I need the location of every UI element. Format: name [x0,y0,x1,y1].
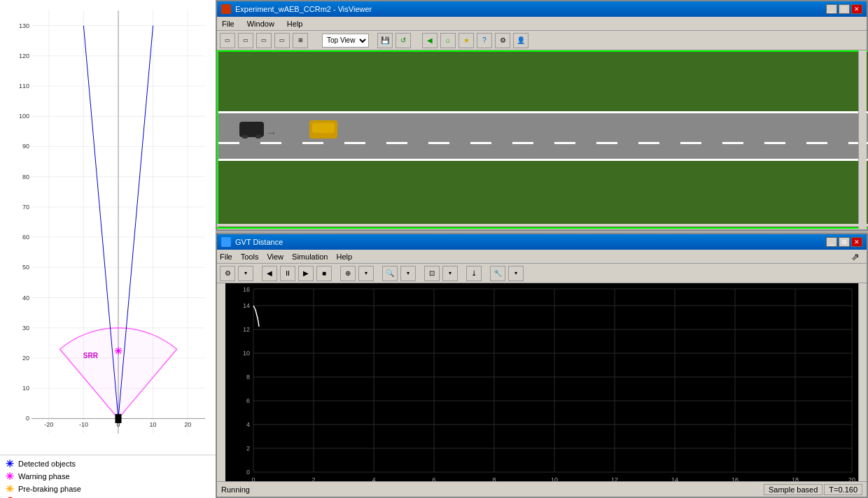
gvt-restore-button[interactable]: ⧉ [839,237,850,247]
gvt-plot-svg: 0 2 4 6 8 10 12 14 16 0 2 4 6 8 10 12 14… [225,283,860,486]
road-line-bottom [218,159,868,161]
vis-viewer-window: Experiment_wAEB_CCRm2 - VisViewer _ □ ✕ … [216,0,868,231]
svg-text:12: 12 [243,326,250,333]
svg-text:8: 8 [246,374,250,380]
vis-close-button[interactable]: ✕ [851,4,862,14]
vis-scrollbar[interactable] [858,50,867,229]
tb-btn-5[interactable]: ⊞ [293,33,308,48]
legend-item-prebrake: ✳ Pre-braking phase [6,483,210,495]
vis-maximize-button[interactable]: □ [839,4,850,14]
gvt-menu-tools[interactable]: Tools [241,252,259,261]
gvt-tb-frame[interactable]: ⊡ [424,266,440,281]
gvt-tb-config-drop[interactable]: ▾ [508,266,524,281]
svg-text:10: 10 [243,350,250,357]
prebrake-icon: ✳ [6,483,14,495]
gvt-tb-crosshair[interactable]: ⊕ [340,266,356,281]
gvt-plot: 0 2 4 6 8 10 12 14 16 0 2 4 6 8 10 12 14… [225,283,860,486]
svg-text:16: 16 [243,286,250,293]
gvt-titlebar: GVT Distance _ ⧉ ✕ [217,234,867,250]
vis-menu-file[interactable]: File [220,19,237,29]
tb-arrow-back[interactable]: ◀ [422,33,438,48]
gvt-toolbar: ⚙ ▾ ◀ ⏸ ▶ ■ ⊕ ▾ 🔍 ▾ ⊡ ▾ ⤓ 🔧 ▾ [217,264,867,283]
legend-warning-label: Warning phase [18,472,70,481]
car-yellow [309,120,337,138]
svg-text:0: 0 [246,469,250,476]
radar-panel: ✳ Detected objects ✳ Warning phase ✳ Pre… [0,0,216,498]
legend-item-warning: ✳ Warning phase [6,471,210,482]
gvt-tb-pause[interactable]: ⏸ [280,266,295,281]
tb-btn-2[interactable]: ▭ [238,33,253,48]
tb-person-button[interactable]: 👤 [513,33,528,48]
tb-settings-button[interactable]: ⚙ [495,33,510,48]
gvt-minimize-button[interactable]: _ [826,237,837,247]
gvt-menu-view[interactable]: View [267,252,284,261]
gvt-tb-zoom[interactable]: 🔍 [382,266,398,281]
radar-canvas [0,0,216,455]
tb-home-button[interactable]: ⌂ [440,33,456,48]
gvt-tb-back[interactable]: ◀ [262,266,277,281]
car-wheel-fl [242,135,248,138]
legend-panel: ✳ Detected objects ✳ Warning phase ✳ Pre… [0,455,216,498]
road-dashed-line [218,142,868,144]
vis-viewport: → [217,50,868,229]
gvt-undock-button[interactable]: ⇗ [851,251,860,262]
gvt-app-icon [221,237,231,247]
tb-btn-3[interactable]: ▭ [256,33,272,48]
gvt-window: GVT Distance _ ⧉ ✕ File Tools View Simul… [216,233,868,498]
svg-text:4: 4 [246,421,250,428]
svg-text:2: 2 [246,445,250,452]
status-sample-label: Sample based [764,484,822,495]
gvt-scrollbar[interactable] [858,283,867,486]
tb-refresh-button[interactable]: ↺ [396,33,411,48]
vis-menu-window[interactable]: Window [245,19,276,29]
legend-item-detected: ✳ Detected objects [6,458,210,469]
detected-icon: ✳ [6,458,14,469]
gvt-menu-file[interactable]: File [220,252,232,261]
vis-titlebar: Experiment_wAEB_CCRm2 - VisViewer _ □ ✕ [217,1,867,17]
vis-title: Experiment_wAEB_CCRm2 - VisViewer [235,5,372,13]
tb-star-button[interactable]: ★ [458,33,474,48]
svg-text:6: 6 [246,397,250,404]
gvt-tb-play[interactable]: ▶ [298,266,314,281]
gvt-tb-dropdown[interactable]: ▾ [238,266,253,281]
tb-help-button[interactable]: ? [477,33,492,48]
gvt-window-controls[interactable]: _ ⧉ ✕ [826,237,862,247]
gvt-tb-config[interactable]: 🔧 [490,266,505,281]
tb-save-button[interactable]: 💾 [377,33,393,48]
legend-prebrake-label: Pre-braking phase [18,485,81,493]
arrow-between-cars: → [266,127,277,139]
view-select[interactable]: Top View [322,34,369,48]
gvt-statusbar: Running Sample based T=0.160 [217,481,867,497]
warning-icon: ✳ [6,471,14,482]
gvt-close-button[interactable]: ✕ [851,237,862,247]
tb-btn-4[interactable]: ▭ [274,33,290,48]
gvt-menu-help[interactable]: Help [336,252,352,261]
car-wheel-rl [255,135,261,138]
car-body [312,123,335,133]
tb-btn-1[interactable]: ▭ [220,33,235,48]
vis-toolbar: ▭ ▭ ▭ ▭ ⊞ Top View 💾 ↺ ◀ ⌂ ★ ? ⚙ 👤 [217,31,867,50]
car-black [239,122,264,137]
gvt-tb-cross-drop[interactable]: ▾ [358,266,374,281]
svg-text:14: 14 [243,302,250,309]
gvt-tb-export[interactable]: ⤓ [466,266,482,281]
gvt-tb-settings[interactable]: ⚙ [220,266,235,281]
gvt-tb-frame-drop[interactable]: ▾ [442,266,458,281]
vis-bottom-bar [217,224,868,227]
vis-menubar: File Window Help [217,17,867,31]
gvt-title: GVT Distance [235,238,283,246]
gvt-menubar: File Tools View Simulation Help ⇗ [217,250,867,264]
gvt-tb-zoom-drop[interactable]: ▾ [400,266,416,281]
status-right: Sample based T=0.160 [764,484,862,495]
right-area: Experiment_wAEB_CCRm2 - VisViewer _ □ ✕ … [216,0,868,498]
vis-window-controls[interactable]: _ □ ✕ [826,4,862,14]
status-time-label: T=0.160 [824,484,862,495]
road-line-top [218,111,868,113]
vis-minimize-button[interactable]: _ [826,4,837,14]
gvt-menu-simulation[interactable]: Simulation [292,252,328,261]
legend-detected-label: Detected objects [18,460,76,468]
vis-menu-help[interactable]: Help [285,19,305,29]
vis-app-icon [221,4,231,14]
gvt-tb-stop[interactable]: ■ [316,266,332,281]
status-running: Running [221,485,764,494]
